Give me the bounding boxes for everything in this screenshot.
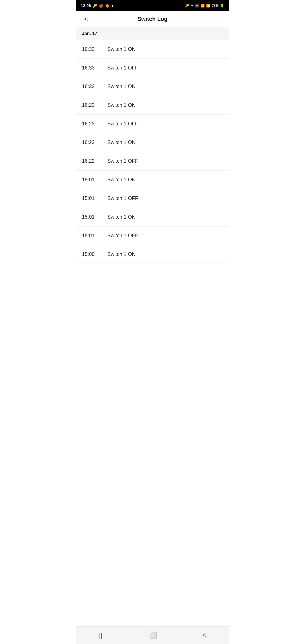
battery-text: 78% bbox=[212, 4, 219, 8]
log-item: 16:33Switch 1 ON bbox=[76, 40, 229, 59]
log-time: 15:01 bbox=[82, 195, 102, 201]
date-label: Jan. 17 bbox=[82, 31, 97, 36]
log-description: Switch 1 OFF bbox=[107, 65, 138, 71]
log-time: 16:23 bbox=[82, 121, 102, 127]
log-description: Switch 1 OFF bbox=[107, 121, 138, 127]
status-bar: 12:06 🔑 🔕 🔶 ● 🔑 ✱ 🔇 📶 📶 78% 🔋 bbox=[76, 0, 229, 11]
nav-bar: ||| ⬜ < bbox=[76, 626, 229, 644]
log-item: 15:01Switch 1 ON bbox=[76, 171, 229, 189]
dot-icon: ● bbox=[111, 4, 114, 8]
log-time: 16:22 bbox=[82, 158, 102, 164]
log-description: Switch 1 ON bbox=[107, 102, 136, 108]
log-time: 16:23 bbox=[82, 102, 102, 108]
log-item: 15:01Switch 1 OFF bbox=[76, 227, 229, 245]
log-description: Switch 1 OFF bbox=[107, 233, 138, 239]
back-nav-icon[interactable]: < bbox=[197, 630, 212, 640]
wifi-icon: 📶 bbox=[201, 4, 205, 8]
bluetooth-icon: ✱ bbox=[191, 4, 193, 8]
log-description: Switch 1 OFF bbox=[107, 158, 138, 164]
mute-icon: 🔇 bbox=[195, 4, 199, 8]
key-icon: 🔑 bbox=[185, 4, 189, 8]
log-item: 16:33Switch 1 ON bbox=[76, 77, 229, 96]
log-description: Switch 1 ON bbox=[107, 177, 136, 183]
log-time: 16:33 bbox=[82, 84, 102, 90]
back-button[interactable]: < bbox=[82, 14, 90, 24]
log-time: 15:01 bbox=[82, 177, 102, 183]
status-time: 12:06 bbox=[81, 3, 91, 8]
log-description: Switch 1 OFF bbox=[107, 195, 138, 201]
page-title: Switch Log bbox=[138, 16, 168, 22]
date-section: Jan. 17 bbox=[76, 27, 229, 40]
log-time: 16:33 bbox=[82, 46, 102, 52]
header: < Switch Log bbox=[76, 11, 229, 27]
status-left: 12:06 🔑 🔕 🔶 ● bbox=[81, 3, 114, 8]
log-item: 16:22Switch 1 OFF bbox=[76, 152, 229, 171]
log-item: 16:23Switch 1 ON bbox=[76, 96, 229, 115]
log-description: Switch 1 ON bbox=[107, 251, 136, 257]
log-item: 15:01Switch 1 ON bbox=[76, 208, 229, 227]
status-right: 🔑 ✱ 🔇 📶 📶 78% 🔋 bbox=[185, 4, 224, 8]
log-item: 15:01Switch 1 OFF bbox=[76, 189, 229, 208]
notification-icon: 🔕 bbox=[99, 4, 103, 8]
log-item: 16:23Switch 1 OFF bbox=[76, 115, 229, 133]
log-list: 16:33Switch 1 ON16:33Switch 1 OFF16:33Sw… bbox=[76, 40, 229, 284]
log-time: 16:23 bbox=[82, 140, 102, 145]
log-item: 15:00Switch 1 ON bbox=[76, 245, 229, 264]
battery-icon: 🔋 bbox=[220, 4, 224, 8]
log-description: Switch 1 ON bbox=[107, 84, 136, 90]
log-description: Switch 1 ON bbox=[107, 140, 136, 145]
log-time: 15:01 bbox=[82, 214, 102, 220]
log-description: Switch 1 ON bbox=[107, 214, 136, 220]
log-time: 16:33 bbox=[82, 65, 102, 71]
log-time: 15:01 bbox=[82, 233, 102, 239]
signal-icon: 📶 bbox=[206, 4, 210, 8]
home-icon[interactable]: ⬜ bbox=[144, 630, 163, 640]
location-icon: 🔑 bbox=[93, 4, 97, 8]
log-item: 16:33Switch 1 OFF bbox=[76, 59, 229, 77]
menu-icon[interactable]: ||| bbox=[93, 630, 109, 640]
app-icon: 🔶 bbox=[105, 4, 110, 8]
log-description: Switch 1 ON bbox=[107, 46, 136, 52]
log-item: 16:23Switch 1 ON bbox=[76, 133, 229, 152]
log-time: 15:00 bbox=[82, 251, 102, 257]
